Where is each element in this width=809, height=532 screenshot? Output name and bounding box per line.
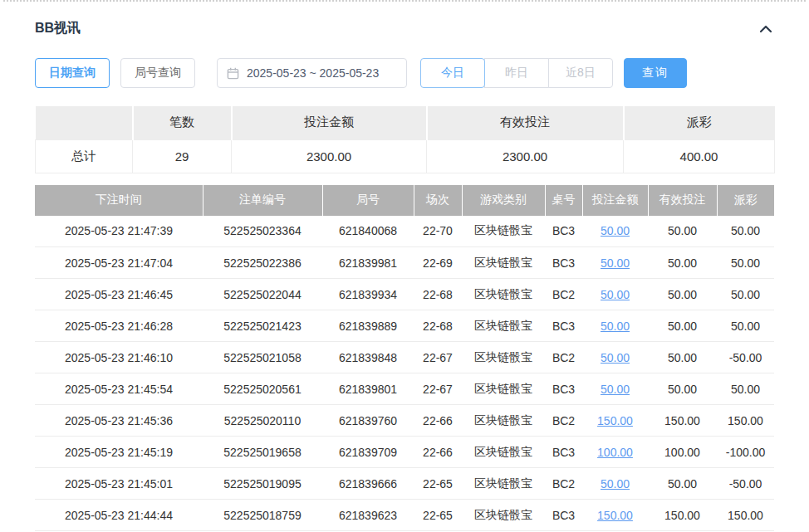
- bet-amount-link[interactable]: 50.00: [601, 288, 630, 301]
- round-number-cell: 621839981: [322, 247, 414, 279]
- bet-amount-link[interactable]: 50.00: [601, 320, 630, 333]
- bet-time-cell: 2025-05-23 21:47:04: [35, 247, 203, 279]
- bet-amount-cell: 50.00: [582, 468, 648, 500]
- table-number-cell: BC2: [545, 468, 582, 500]
- bet-amount-link[interactable]: 50.00: [601, 224, 630, 237]
- session-cell: 22-67: [414, 342, 462, 373]
- table-number-cell: BC2: [545, 405, 582, 437]
- bet-time-cell: 2025-05-23 21:45:36: [35, 405, 203, 437]
- session-cell: 22-69: [414, 247, 462, 279]
- bet-time-cell: 2025-05-23 21:45:54: [35, 373, 203, 405]
- summary-value-cell: 400.00: [624, 139, 775, 173]
- round-number-cell: 621840068: [322, 216, 414, 247]
- table-row: 2025-05-23 21:44:44522525018759621839623…: [35, 500, 774, 531]
- bet-amount-cell: 50.00: [582, 373, 648, 405]
- payout-cell: 50.00: [717, 310, 774, 342]
- bets-table: 下注时间注单编号局号场次游戏类别桌号投注金额有效投注派彩 2025-05-23 …: [35, 185, 774, 532]
- date-range-value: 2025-05-23 ~ 2025-05-23: [247, 66, 379, 80]
- collapse-chevron-up-icon[interactable]: [758, 23, 774, 35]
- bet-amount-link[interactable]: 50.00: [601, 351, 630, 364]
- quick-range-button[interactable]: 昨日: [484, 58, 549, 88]
- bet-amount-cell: 50.00: [582, 342, 648, 373]
- bet-id-cell: 522525019658: [203, 437, 322, 468]
- date-range-input[interactable]: 2025-05-23 ~ 2025-05-23: [217, 58, 407, 88]
- session-cell: 22-65: [414, 468, 462, 500]
- summary-header-cell: 投注金额: [232, 106, 427, 139]
- bet-id-cell: 522525020561: [203, 373, 322, 405]
- payout-cell: -50.00: [717, 342, 774, 373]
- bets-header-cell: 下注时间: [35, 185, 203, 216]
- summary-value-cell: 29: [133, 139, 232, 173]
- bet-amount-link[interactable]: 100.00: [597, 446, 633, 459]
- table-row: 2025-05-23 21:47:39522525023364621840068…: [35, 216, 774, 247]
- table-row: 2025-05-23 21:46:45522525022044621839934…: [35, 279, 774, 310]
- payout-cell: -100.00: [717, 437, 774, 468]
- bet-time-cell: 2025-05-23 21:44:44: [35, 500, 203, 531]
- quick-range-button[interactable]: 今日: [420, 58, 485, 88]
- bet-amount-link[interactable]: 150.00: [597, 414, 633, 427]
- game-type-cell: 区块链骰宝: [462, 500, 545, 531]
- bet-id-cell: 522525022386: [203, 247, 322, 279]
- bets-header-cell: 派彩: [717, 185, 774, 216]
- round-number-cell: 621839666: [322, 468, 414, 500]
- bet-id-cell: 522525018759: [203, 500, 322, 531]
- table-row: 2025-05-23 21:47:04522525022386621839981…: [35, 247, 774, 279]
- search-button[interactable]: 查询: [624, 58, 687, 88]
- summary-header-cell: [36, 106, 133, 139]
- bet-id-cell: 522525020110: [203, 405, 322, 437]
- summary-header-cell: 笔数: [133, 106, 232, 139]
- table-number-cell: BC3: [545, 437, 582, 468]
- table-row: 2025-05-23 21:45:01522525019095621839666…: [35, 468, 774, 500]
- bet-amount-link[interactable]: 50.00: [601, 256, 630, 270]
- table-number-cell: BC2: [545, 279, 582, 310]
- game-type-cell: 区块链骰宝: [462, 468, 545, 500]
- bet-time-cell: 2025-05-23 21:46:10: [35, 342, 203, 373]
- table-number-cell: BC3: [545, 373, 582, 405]
- valid-bet-cell: 150.00: [648, 405, 717, 437]
- table-row: 2025-05-23 21:46:10522525021058621839848…: [35, 342, 774, 373]
- summary-value-cell: 2300.00: [232, 139, 427, 173]
- game-type-cell: 区块链骰宝: [462, 279, 545, 310]
- table-row: 2025-05-23 21:45:54522525020561621839801…: [35, 373, 774, 405]
- bets-header-cell: 有效投注: [648, 185, 717, 216]
- valid-bet-cell: 50.00: [648, 247, 717, 279]
- date-query-tab[interactable]: 日期查询: [35, 58, 110, 88]
- payout-cell: -50.00: [717, 468, 774, 500]
- table-number-cell: BC3: [545, 310, 582, 342]
- bet-amount-link[interactable]: 150.00: [597, 509, 633, 522]
- game-type-cell: 区块链骰宝: [462, 437, 545, 468]
- bet-amount-link[interactable]: 50.00: [601, 383, 630, 396]
- round-number-cell: 621839760: [322, 405, 414, 437]
- session-cell: 22-67: [414, 373, 462, 405]
- round-number-cell: 621839934: [322, 279, 414, 310]
- top-divider: [3, 0, 806, 2]
- table-row: 2025-05-23 21:45:36522525020110621839760…: [35, 405, 774, 437]
- round-number-cell: 621839848: [322, 342, 414, 373]
- valid-bet-cell: 150.00: [648, 500, 717, 531]
- bet-amount-cell: 100.00: [582, 437, 648, 468]
- session-cell: 22-68: [414, 279, 462, 310]
- bet-amount-cell: 50.00: [582, 247, 648, 279]
- bet-id-cell: 522525023364: [203, 216, 322, 247]
- payout-cell: 150.00: [717, 500, 774, 531]
- page-title: BB视讯: [35, 20, 81, 37]
- summary-value-cell: 2300.00: [427, 139, 624, 173]
- round-query-tab[interactable]: 局号查询: [120, 58, 195, 88]
- payout-cell: 50.00: [717, 373, 774, 405]
- game-type-cell: 区块链骰宝: [462, 310, 545, 342]
- valid-bet-cell: 100.00: [648, 437, 717, 468]
- quick-range-button[interactable]: 近8日: [548, 58, 613, 88]
- payout-cell: 150.00: [717, 405, 774, 437]
- bet-time-cell: 2025-05-23 21:46:45: [35, 279, 203, 310]
- bets-header-cell: 投注金额: [582, 185, 648, 216]
- session-cell: 22-68: [414, 310, 462, 342]
- round-number-cell: 621839709: [322, 437, 414, 468]
- bet-amount-link[interactable]: 50.00: [601, 477, 630, 491]
- table-row: 2025-05-23 21:45:19522525019658621839709…: [35, 437, 774, 468]
- bet-time-cell: 2025-05-23 21:45:01: [35, 468, 203, 500]
- bets-header-cell: 游戏类别: [462, 185, 545, 216]
- valid-bet-cell: 50.00: [648, 310, 717, 342]
- bet-amount-cell: 50.00: [582, 310, 648, 342]
- table-row: 2025-05-23 21:46:28522525021423621839889…: [35, 310, 774, 342]
- game-type-cell: 区块链骰宝: [462, 373, 545, 405]
